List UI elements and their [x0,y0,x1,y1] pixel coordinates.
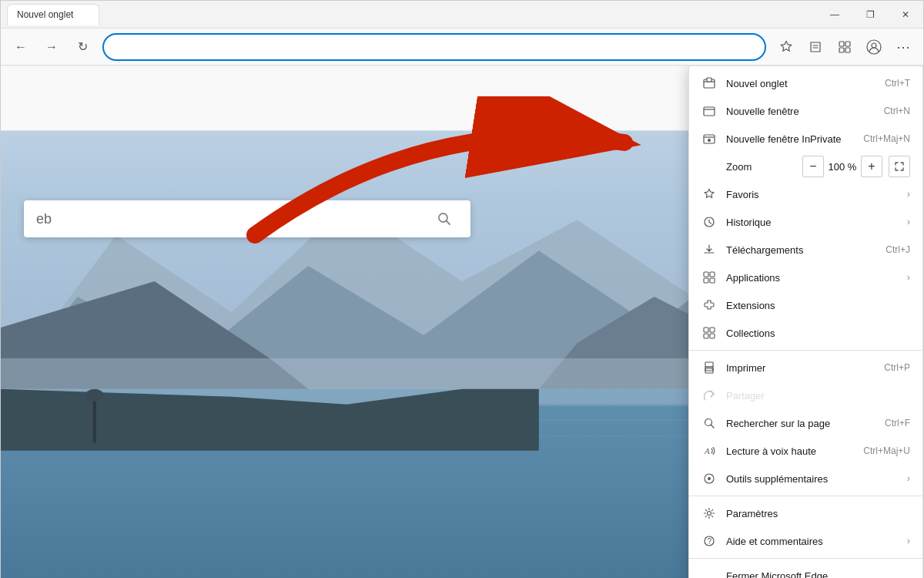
new-tab-label: Nouvel onglet [726,78,879,89]
menu-item-applications[interactable]: Applications › [689,264,922,291]
svg-text:A: A [704,446,710,455]
share-label: Partager [726,390,910,402]
collections-button[interactable] [831,33,859,61]
more-tools-arrow: › [907,473,910,484]
reading-list-button[interactable] [802,33,829,61]
new-private-label: Nouvelle fenêtre InPrivate [726,133,857,145]
menu-item-more-tools[interactable]: Outils supplémentaires › [689,465,922,492]
applications-icon [701,270,717,285]
context-menu: Nouvel onglet Ctrl+T Nouvelle fenêtre Ct… [688,66,923,578]
toolbar-right: ⋯ [772,33,917,61]
applications-label: Applications [726,272,904,284]
zoom-plus-button[interactable]: + [861,156,882,177]
zoom-controls: − 100 % + [802,156,910,177]
menu-divider-2 [689,496,922,496]
svg-rect-35 [710,334,715,338]
svg-rect-32 [704,328,708,332]
minimize-button[interactable]: — [817,1,852,29]
search-input-text: eb [36,211,430,227]
menu-item-new-private[interactable]: Nouvelle fenêtre InPrivate Ctrl+Maj+N [689,125,922,153]
refresh-button[interactable]: ↻ [69,33,96,61]
back-button[interactable]: ← [7,33,35,61]
svg-point-38 [711,368,713,370]
svg-rect-2 [839,48,844,52]
menu-item-new-tab[interactable]: Nouvel onglet Ctrl+T [689,69,922,97]
svg-rect-33 [710,328,715,332]
menu-item-downloads[interactable]: Téléchargements Ctrl+J [689,236,922,264]
downloads-shortcut: Ctrl+J [886,244,910,255]
print-shortcut: Ctrl+P [884,362,910,373]
menu-item-history[interactable]: Historique › [689,208,922,236]
collections-label: Collections [726,328,910,339]
svg-point-41 [708,477,711,480]
menu-divider-1 [689,350,922,351]
svg-rect-24 [704,107,715,116]
favorites-button[interactable] [772,33,800,61]
svg-text:?: ? [708,537,712,546]
more-tools-label: Outils supplémentaires [726,473,904,485]
page-content: eb Nouvel onglet Ctrl [1,66,923,578]
menu-item-collections[interactable]: Collections [689,319,922,347]
new-window-icon [701,103,717,119]
menu-item-print[interactable]: Imprimer Ctrl+P [689,354,922,381]
title-bar: Nouvel onglet — ❐ ✕ [1,1,923,29]
profile-button[interactable] [860,33,888,61]
svg-rect-31 [710,278,715,283]
help-label: Aide et commentaires [726,536,904,547]
svg-rect-34 [704,334,708,338]
active-tab[interactable]: Nouvel onglet [7,4,99,25]
svg-rect-29 [710,272,715,277]
menu-item-read-aloud[interactable]: A Lecture à voix haute Ctrl+Maj+U [689,437,922,465]
find-icon [701,415,717,431]
more-tools-icon [701,471,717,486]
svg-rect-23 [707,78,711,82]
applications-arrow: › [907,272,910,283]
new-window-label: Nouvelle fenêtre [726,106,878,117]
new-tab-shortcut: Ctrl+T [885,78,910,89]
extensions-label: Extensions [726,300,910,311]
read-aloud-label: Lecture à voix haute [726,445,857,457]
more-button[interactable]: ⋯ [889,33,917,61]
tab-area: Nouvel onglet [7,4,917,25]
new-private-shortcut: Ctrl+Maj+N [863,133,910,144]
close-edge-label: Fermer Microsoft Edge [726,570,910,579]
find-label: Rechercher sur la page [726,418,879,429]
menu-item-help[interactable]: ? Aide et commentaires › [689,527,922,555]
zoom-expand-button[interactable] [889,156,910,177]
extensions-icon [701,297,717,313]
menu-item-find[interactable]: Rechercher sur la page Ctrl+F [689,409,922,437]
zoom-minus-button[interactable]: − [802,156,824,177]
print-label: Imprimer [726,362,878,374]
tab-label: Nouvel onglet [17,9,73,20]
menu-divider-3 [689,558,922,559]
help-icon: ? [701,533,717,549]
menu-item-close-edge[interactable]: Fermer Microsoft Edge [689,562,922,578]
menu-item-settings[interactable]: Paramètres [689,499,922,527]
history-icon [701,214,717,230]
address-bar[interactable] [102,33,766,61]
menu-item-extensions[interactable]: Extensions [689,291,922,319]
menu-item-favorites[interactable]: Favoris › [689,180,922,208]
search-icon[interactable] [430,205,458,233]
forward-button[interactable]: → [38,33,65,61]
svg-point-42 [708,512,711,516]
zoom-label: Zoom [701,161,802,173]
maximize-button[interactable]: ❐ [852,1,888,29]
menu-item-share[interactable]: Partager [689,381,922,409]
svg-point-5 [872,43,876,48]
svg-rect-28 [704,272,708,277]
settings-icon [701,506,717,521]
new-window-shortcut: Ctrl+N [884,106,910,116]
downloads-label: Téléchargements [726,244,879,256]
find-shortcut: Ctrl+F [885,418,910,428]
browser-window: Nouvel onglet — ❐ ✕ ← → ↻ [0,0,924,578]
close-button[interactable]: ✕ [888,1,923,29]
menu-item-new-window[interactable]: Nouvelle fenêtre Ctrl+N [689,97,922,125]
svg-point-26 [708,139,711,142]
svg-point-18 [85,389,104,402]
favorites-menu-icon [701,187,717,202]
print-icon [701,360,717,375]
settings-label: Paramètres [726,508,910,519]
new-tab-icon [701,76,717,91]
search-box[interactable]: eb [24,200,470,237]
